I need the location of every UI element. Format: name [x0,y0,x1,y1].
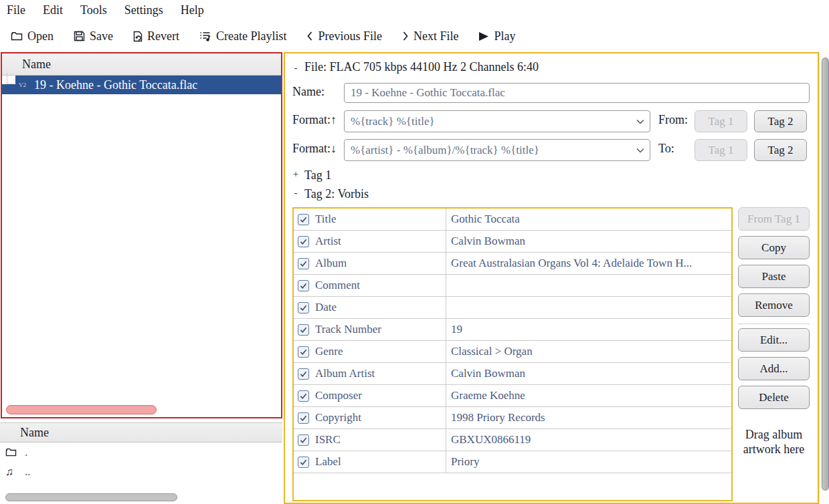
field-value[interactable]: Priory [446,451,731,473]
previous-file-label: Previous File [318,29,382,43]
tag-field-row[interactable]: Comment [294,275,731,297]
menu-file[interactable]: File [7,3,25,17]
tag2-section-header: - Tag 2: Vorbis [291,187,369,201]
tag-field-row[interactable]: Title Gothic Toccata [294,209,731,231]
tag-field-row[interactable]: Label Priory [294,451,731,473]
open-label: Open [27,29,54,43]
format-to-filename-combo[interactable]: %{artist} - %{album}/%{track} %{title} [344,139,650,161]
create-playlist-button[interactable]: Create Playlist [199,29,286,43]
album-artwork-drop-area[interactable]: Drag album artwork here [734,428,814,457]
to-tag2-button[interactable]: Tag 2 [754,139,807,161]
vertical-scrollbar-thumb[interactable] [822,57,829,491]
checkmark-icon [299,281,308,290]
to-tag1-button: Tag 1 [695,139,747,161]
field-name: Album Artist [315,367,375,380]
checkmark-icon [299,414,308,422]
file-section-collapse-toggle[interactable]: - [291,62,300,74]
tag-field-row[interactable]: Date [294,297,731,319]
tag-field-row[interactable]: Album Artist Calvin Bowman [294,363,731,385]
field-checkbox[interactable] [298,324,309,336]
tree-branch-guide [2,76,15,84]
window-vertical-scrollbar[interactable] [819,52,829,504]
field-checkbox[interactable] [298,280,309,291]
field-value[interactable]: 1998 Priory Records [446,407,731,428]
directory-list-name-header[interactable]: Name [0,422,282,443]
file-list-selected-row[interactable]: V2 19 - Koehne - Gothic Toccata.flac [2,76,281,94]
format-to-filename-value: %{artist} - %{album}/%{track} %{title} [351,144,539,157]
file-list-panel: Name V2 19 - Koehne - Gothic Toccata.fla… [1,52,282,418]
field-checkbox[interactable] [298,434,309,446]
copy-button[interactable]: Copy [738,236,810,259]
field-value[interactable]: 19 [446,319,731,340]
field-checkbox[interactable] [298,236,309,247]
field-value[interactable]: Graeme Koehne [446,385,731,406]
field-name: Album [315,257,347,270]
format-from-filename-combo[interactable]: %{track} %{title} [344,110,650,132]
field-value[interactable] [446,297,731,318]
directory-row-current[interactable]: . [0,443,282,462]
tag-field-row[interactable]: Artist Calvin Bowman [294,231,731,253]
field-checkbox[interactable] [298,412,309,424]
format-up-label: Format:↑ [292,113,337,127]
field-name: Track Number [315,323,381,336]
tag2-collapse-toggle[interactable]: - [291,187,300,201]
field-checkbox[interactable] [298,368,309,380]
remove-button[interactable]: Remove [738,293,810,317]
field-value[interactable]: GBXUX0866119 [446,429,731,451]
checkmark-icon [299,392,308,400]
field-checkbox[interactable] [298,346,309,358]
tag-field-row[interactable]: Track Number 19 [294,319,731,341]
create-playlist-icon [199,31,211,41]
chevron-down-icon [636,119,644,124]
checkmark-icon [299,436,308,445]
open-icon [11,31,23,41]
field-value[interactable]: Classical > Organ [446,341,731,362]
revert-label: Revert [147,29,179,43]
file-list-name-header[interactable]: Name [2,53,281,76]
field-checkbox[interactable] [298,214,309,225]
field-value[interactable]: Great Australasian Organs Vol 4: Adelaid… [446,253,731,274]
field-value[interactable]: Gothic Toccata [446,209,731,230]
tag-field-row[interactable]: Composer Graeme Koehne [294,385,731,407]
delete-button[interactable]: Delete [738,386,810,409]
menu-help[interactable]: Help [181,3,204,17]
field-value[interactable]: Calvin Bowman [446,231,731,252]
tag-field-row[interactable]: ISRC GBXUX0866119 [294,429,731,451]
field-name: Label [315,455,341,469]
checkmark-icon [299,215,308,224]
from-label: From: [658,113,688,127]
directory-row-parent[interactable]: ♫ .. [0,462,282,481]
edit-button[interactable]: Edit... [738,328,810,352]
from-tag2-button[interactable]: Tag 2 [754,110,807,132]
file-list-horizontal-scrollbar[interactable] [6,405,157,414]
filename-input[interactable] [344,83,810,103]
field-name: Composer [315,389,362,402]
field-checkbox[interactable] [298,258,309,269]
menu-settings[interactable]: Settings [124,3,163,17]
next-file-button[interactable]: Next File [402,29,459,43]
open-button[interactable]: Open [11,29,54,43]
tag-field-row[interactable]: Copyright 1998 Priory Records [294,407,731,429]
play-button[interactable]: Play [478,29,515,43]
field-checkbox[interactable] [298,390,309,402]
field-value[interactable] [446,275,731,296]
field-checkbox[interactable] [298,302,309,313]
menu-tools[interactable]: Tools [80,3,107,17]
previous-file-button[interactable]: Previous File [306,29,382,43]
tag-field-row[interactable]: Album Great Australasian Organs Vol 4: A… [294,253,731,275]
save-button[interactable]: Save [74,29,113,43]
field-name: Artist [315,235,341,248]
checkmark-icon [299,326,308,334]
checkmark-icon [299,237,308,246]
paste-button[interactable]: Paste [738,265,810,288]
tag1-section-header: + Tag 1 [291,168,331,182]
menu-edit[interactable]: Edit [43,3,63,17]
tag-field-row[interactable]: Genre Classical > Organ [294,341,731,363]
field-value[interactable]: Calvin Bowman [446,363,731,384]
directory-list-horizontal-scrollbar[interactable] [5,493,177,501]
revert-button[interactable]: Revert [133,29,179,43]
field-checkbox[interactable] [298,457,309,468]
next-file-label: Next File [413,29,459,43]
add-button[interactable]: Add... [738,357,810,380]
tag1-collapse-toggle[interactable]: + [291,168,300,182]
